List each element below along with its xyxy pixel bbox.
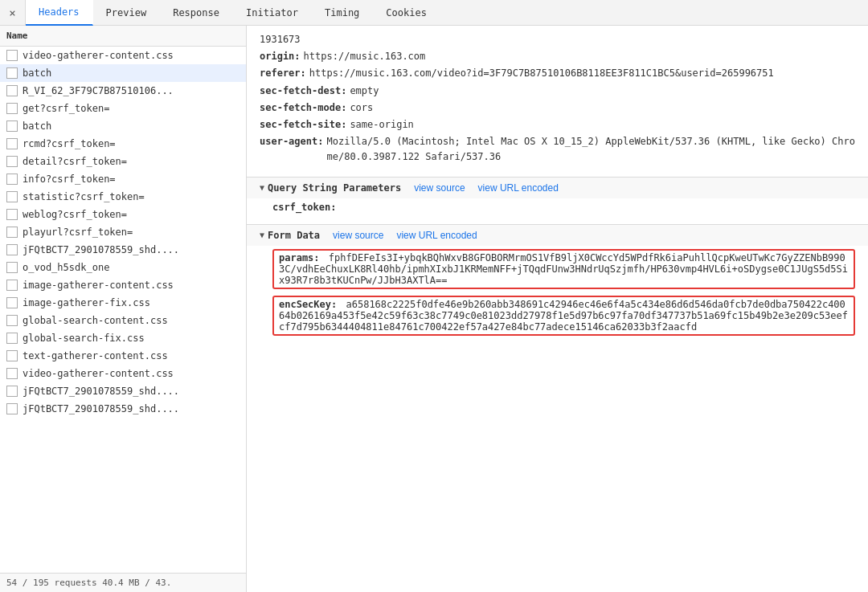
- form-view-source-link[interactable]: view source: [333, 230, 383, 241]
- param-key: csrf_token:: [272, 202, 336, 213]
- query-string-body: csrf_token:: [247, 198, 868, 221]
- file-list-items: video-gatherer-content.cssbatchR_VI_62_3…: [0, 47, 246, 573]
- file-checkbox[interactable]: [6, 227, 18, 238]
- list-item[interactable]: statistic?csrf_token=: [0, 188, 246, 206]
- list-item[interactable]: R_VI_62_3F79C7B87510106...: [0, 82, 246, 100]
- file-item-name: batch: [23, 67, 51, 79]
- file-checkbox[interactable]: [6, 138, 18, 149]
- file-checkbox[interactable]: [6, 50, 18, 61]
- file-checkbox[interactable]: [6, 262, 18, 273]
- form-field-key: encSecKey:: [279, 299, 342, 310]
- list-item[interactable]: batch: [0, 117, 246, 135]
- file-item-name: video-gatherer-content.css: [23, 50, 174, 61]
- file-list-header: Name: [0, 26, 246, 47]
- file-item-name: rcmd?csrf_token=: [23, 138, 116, 149]
- query-arrow-icon: ▼: [260, 183, 264, 192]
- header-row: user-agent: Mozilla/5.0 (Macintosh; Inte…: [260, 134, 855, 165]
- file-item-name: statistic?csrf_token=: [23, 191, 145, 202]
- file-checkbox[interactable]: [6, 280, 18, 291]
- close-button[interactable]: ×: [0, 0, 26, 26]
- tab-initiator[interactable]: Initiator: [233, 0, 312, 26]
- form-data-arrow-icon: ▼: [260, 231, 264, 239]
- file-item-name: text-gatherer-content.css: [23, 350, 168, 361]
- header-row: referer: https://music.163.com/video?id=…: [260, 66, 855, 81]
- file-item-name: playurl?csrf_token=: [23, 227, 133, 238]
- file-checkbox[interactable]: [6, 191, 18, 202]
- file-checkbox[interactable]: [6, 368, 18, 379]
- query-string-section-header: ▼ Query String Parameters view source vi…: [247, 177, 868, 198]
- header-row: 1931673: [260, 32, 855, 47]
- header-value: empty: [350, 84, 379, 99]
- headers-content: 1931673origin: https://music.163.comrefe…: [247, 26, 868, 174]
- tab-headers[interactable]: Headers: [26, 0, 93, 26]
- file-item-name: o_vod_h5sdk_one: [23, 262, 109, 273]
- file-checkbox[interactable]: [6, 244, 18, 255]
- file-checkbox[interactable]: [6, 209, 18, 220]
- file-item-name: jFQtBCT7_2901078559_shd....: [23, 403, 179, 414]
- header-value: 1931673: [260, 32, 301, 47]
- list-item[interactable]: weblog?csrf_token=: [0, 206, 246, 223]
- file-checkbox[interactable]: [6, 333, 18, 344]
- header-key: sec-fetch-mode:: [260, 100, 346, 116]
- form-field-value: a658168c2225f0dfe46e9b260abb348691c42946…: [279, 299, 848, 333]
- tab-preview[interactable]: Preview: [93, 0, 161, 26]
- header-key: user-agent:: [260, 134, 323, 165]
- list-item[interactable]: jFQtBCT7_2901078559_shd....: [0, 400, 246, 418]
- file-item-name: global-search-content.css: [23, 315, 168, 326]
- file-checkbox[interactable]: [6, 103, 18, 114]
- file-item-name: global-search-fix.css: [23, 333, 145, 344]
- list-item[interactable]: video-gatherer-content.css: [0, 365, 246, 382]
- form-data-body: params: fphfDEFeIs3I+ybqkBQhWxvB8GFOBORM…: [247, 246, 868, 349]
- tab-cookies[interactable]: Cookies: [373, 0, 440, 26]
- list-item[interactable]: image-gatherer-fix.css: [0, 294, 246, 312]
- file-checkbox[interactable]: [6, 315, 18, 326]
- file-checkbox[interactable]: [6, 174, 18, 185]
- close-icon: ×: [9, 6, 15, 19]
- header-key: sec-fetch-dest:: [260, 84, 346, 99]
- detail-panel: 1931673origin: https://music.163.comrefe…: [247, 26, 868, 592]
- list-item[interactable]: text-gatherer-content.css: [0, 347, 246, 365]
- query-view-url-encoded-link[interactable]: view URL encoded: [478, 182, 559, 194]
- list-item[interactable]: global-search-content.css: [0, 312, 246, 329]
- file-item-name: R_VI_62_3F79C7B87510106...: [23, 85, 174, 96]
- file-item-name: image-gatherer-content.css: [23, 280, 174, 291]
- form-view-url-encoded-link[interactable]: view URL encoded: [396, 230, 477, 241]
- list-item[interactable]: jFQtBCT7_2901078559_shd....: [0, 382, 246, 400]
- form-field-wrapper: params: fphfDEFeIs3I+ybqkBQhWxvB8GFOBORM…: [272, 249, 855, 289]
- query-view-source-link[interactable]: view source: [414, 182, 465, 194]
- file-checkbox[interactable]: [6, 85, 18, 96]
- list-item[interactable]: o_vod_h5sdk_one: [0, 259, 246, 276]
- file-item-name: get?csrf_token=: [23, 103, 109, 114]
- file-checkbox[interactable]: [6, 403, 18, 414]
- file-checkbox[interactable]: [6, 156, 18, 167]
- list-item[interactable]: image-gatherer-content.css: [0, 276, 246, 294]
- list-item[interactable]: rcmd?csrf_token=: [0, 135, 246, 153]
- file-checkbox[interactable]: [6, 297, 18, 308]
- header-value: https://music.163.com: [304, 49, 426, 64]
- list-item[interactable]: detail?csrf_token=: [0, 153, 246, 170]
- list-item[interactable]: jFQtBCT7_2901078559_shd....: [0, 241, 246, 259]
- list-item[interactable]: get?csrf_token=: [0, 100, 246, 117]
- file-item-name: detail?csrf_token=: [23, 156, 127, 167]
- file-checkbox[interactable]: [6, 386, 18, 397]
- list-item[interactable]: playurl?csrf_token=: [0, 223, 246, 241]
- form-row: encSecKey: a658168c2225f0dfe46e9b260abb3…: [272, 296, 855, 336]
- header-row: origin: https://music.163.com: [260, 49, 855, 64]
- file-item-name: info?csrf_token=: [23, 174, 116, 185]
- header-row: sec-fetch-site: same-origin: [260, 117, 855, 133]
- file-checkbox[interactable]: [6, 350, 18, 361]
- file-item-name: image-gatherer-fix.css: [23, 297, 150, 308]
- file-checkbox[interactable]: [6, 120, 18, 132]
- list-item[interactable]: video-gatherer-content.css: [0, 47, 246, 64]
- form-data-section-header: ▼ Form Data view source view URL encoded: [247, 224, 868, 246]
- list-item[interactable]: info?csrf_token=: [0, 170, 246, 188]
- header-value: cors: [350, 100, 373, 116]
- tab-timing[interactable]: Timing: [312, 0, 373, 26]
- file-checkbox[interactable]: [6, 67, 18, 79]
- file-item-name: video-gatherer-content.css: [23, 368, 174, 379]
- tab-response[interactable]: Response: [160, 0, 233, 26]
- file-item-name: weblog?csrf_token=: [23, 209, 127, 220]
- list-item[interactable]: global-search-fix.css: [0, 329, 246, 347]
- query-string-title: Query String Parameters: [268, 182, 401, 194]
- list-item[interactable]: batch: [0, 64, 246, 82]
